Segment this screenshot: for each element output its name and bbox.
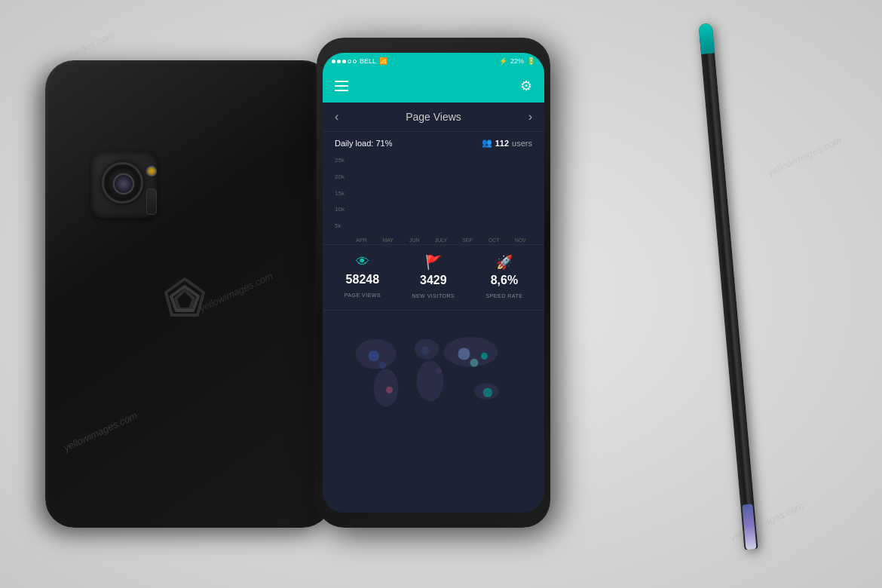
metric-speed-rate: 🚀 8,6% SPEED RATE	[486, 254, 523, 301]
metric-page-views: 👁 58248 PAGE VIEWS	[345, 254, 381, 301]
signal-dot-3	[342, 60, 346, 63]
page-views-value: 58248	[345, 273, 381, 286]
svg-point-13	[483, 388, 493, 398]
users-icon: 👥	[482, 138, 492, 148]
world-map-area	[323, 311, 544, 431]
y-label-10k: 10k	[335, 206, 345, 213]
page-views-label: PAGE VIEWS	[345, 292, 381, 298]
svg-point-12	[481, 353, 488, 360]
svg-point-1	[374, 369, 398, 406]
new-visitors-value: 3429	[412, 274, 455, 287]
chart-area: 25k 20k 15k 10k 5k	[323, 154, 544, 244]
content-area: ‹ Page Views › Daily load: 71% 👥 112 use…	[323, 103, 544, 513]
section-title: Page Views	[406, 111, 461, 123]
next-arrow[interactable]: ›	[528, 110, 532, 124]
month-oct: OCT	[482, 237, 506, 243]
hamburger-line-1	[335, 81, 348, 82]
world-map-svg	[335, 317, 532, 425]
phone-screen: BELL 📶 ⚡ 22% 🔋 ⚙ ‹ Page Views	[323, 53, 544, 513]
y-label-15k: 15k	[335, 190, 345, 197]
status-left: BELL 📶	[332, 57, 387, 65]
bluetooth-icon: ⚡	[499, 57, 507, 65]
svg-point-8	[421, 347, 430, 355]
signal-dot-4	[348, 60, 351, 63]
svg-point-7	[379, 362, 386, 369]
stylus-bottom	[742, 504, 756, 550]
hamburger-line-2	[335, 85, 348, 87]
wifi-icon: 📶	[379, 57, 387, 65]
month-nov: NOV	[509, 237, 532, 243]
hamburger-menu-icon[interactable]	[335, 81, 348, 91]
stylus-top	[699, 23, 715, 54]
new-visitors-label: NEW VISITORS	[412, 293, 455, 299]
rocket-icon: 🚀	[486, 254, 523, 271]
signal-dots	[332, 60, 357, 63]
chart-y-labels: 25k 20k 15k 10k 5k	[335, 157, 345, 229]
signal-dot-2	[337, 60, 341, 63]
month-jul: JULY	[429, 237, 452, 243]
eye-icon: 👁	[345, 254, 381, 270]
stylus	[699, 23, 758, 550]
users-label: users	[512, 139, 532, 148]
settings-icon[interactable]: ⚙	[520, 78, 532, 94]
users-badge: 👥 112 users	[482, 138, 532, 148]
page-views-header: ‹ Page Views ›	[323, 103, 544, 132]
battery-percentage: 22%	[510, 57, 524, 65]
daily-load-value: 71%	[375, 139, 392, 148]
svg-point-14	[386, 387, 393, 394]
month-apr: APR	[350, 237, 373, 243]
metric-new-visitors: 🚩 3429 NEW VISITORS	[412, 254, 455, 301]
signal-dot-5	[353, 60, 357, 63]
y-label-20k: 20k	[335, 173, 345, 180]
daily-load-label: Daily load:	[335, 139, 373, 148]
svg-point-9	[436, 368, 442, 373]
phone-back	[45, 60, 332, 528]
flag-icon: 🚩	[412, 254, 455, 271]
chart-bars-container	[350, 157, 532, 229]
y-label-5k: 5k	[335, 222, 345, 229]
y-label-25k: 25k	[335, 157, 345, 164]
carrier-name: BELL	[360, 57, 376, 65]
speed-rate-label: SPEED RATE	[486, 293, 523, 299]
speed-rate-value: 8,6%	[486, 274, 523, 287]
stats-row: Daily load: 71% 👥 112 users	[323, 132, 544, 154]
camera-lens-inner	[113, 173, 134, 194]
month-may: MAY	[376, 237, 400, 243]
watermark-4: yellowimages.com	[728, 500, 806, 544]
month-jun: JUN	[403, 237, 426, 243]
status-bar: BELL 📶 ⚡ 22% 🔋	[323, 53, 544, 69]
camera-module	[90, 151, 158, 219]
prev-arrow[interactable]: ‹	[335, 110, 338, 124]
month-sep: SEP	[456, 237, 479, 243]
users-count: 112	[495, 139, 509, 148]
battery-icon: 🔋	[527, 57, 535, 65]
camera-lens	[102, 162, 143, 204]
metrics-row: 👁 58248 PAGE VIEWS 🚩 3429 NEW VISITORS 🚀…	[323, 244, 544, 311]
svg-point-3	[417, 361, 444, 402]
svg-point-11	[470, 359, 479, 367]
hamburger-line-3	[335, 90, 348, 91]
status-right: ⚡ 22% 🔋	[499, 57, 535, 65]
sensor-strip	[146, 188, 157, 215]
daily-load: Daily load: 71%	[335, 139, 392, 148]
svg-point-6	[369, 351, 379, 361]
app-header: ⚙	[323, 69, 544, 103]
watermark-2: yellowimages.com	[766, 134, 844, 178]
signal-dot-1	[332, 60, 335, 63]
phone-front: BELL 📶 ⚡ 22% 🔋 ⚙ ‹ Page Views	[317, 38, 550, 528]
chart-month-labels: APR MAY JUN JULY SEP OCT NOV	[350, 237, 532, 243]
flash	[146, 166, 157, 176]
svg-point-10	[458, 348, 470, 360]
brand-logo	[155, 271, 215, 332]
